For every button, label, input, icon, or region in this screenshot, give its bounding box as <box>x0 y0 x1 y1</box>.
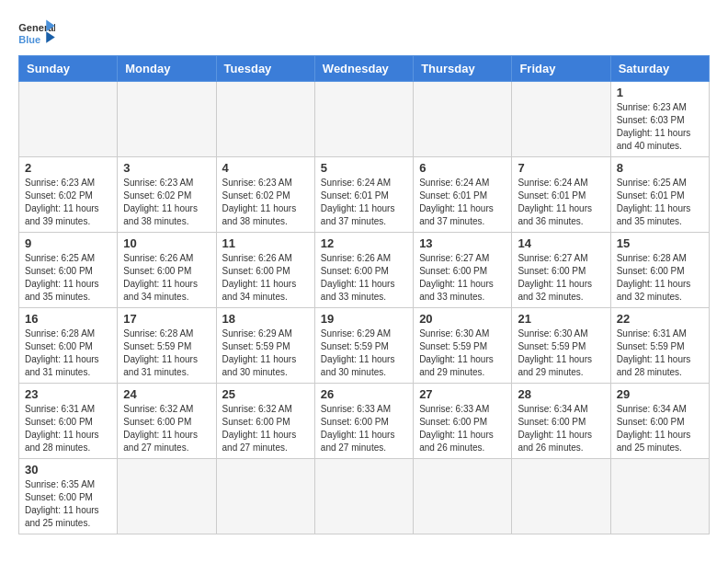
day-info: Sunrise: 6:26 AM Sunset: 6:00 PM Dayligh… <box>222 252 309 304</box>
day-number: 25 <box>222 387 309 401</box>
calendar-cell-22: 22Sunrise: 6:31 AM Sunset: 5:59 PM Dayli… <box>610 308 709 384</box>
day-info: Sunrise: 6:30 AM Sunset: 5:59 PM Dayligh… <box>518 327 604 379</box>
day-info: Sunrise: 6:30 AM Sunset: 5:59 PM Dayligh… <box>419 327 506 379</box>
calendar-cell-13: 13Sunrise: 6:27 AM Sunset: 6:00 PM Dayli… <box>414 233 512 308</box>
day-number: 26 <box>321 387 407 401</box>
calendar-cell-7: 7Sunrise: 6:24 AM Sunset: 6:01 PM Daylig… <box>512 157 610 233</box>
calendar-cell-14: 14Sunrise: 6:27 AM Sunset: 6:00 PM Dayli… <box>512 233 610 308</box>
day-info: Sunrise: 6:31 AM Sunset: 5:59 PM Dayligh… <box>617 327 703 379</box>
calendar-cell-15: 15Sunrise: 6:28 AM Sunset: 6:00 PM Dayli… <box>610 233 709 308</box>
day-number: 20 <box>419 312 506 326</box>
day-number: 27 <box>419 387 506 401</box>
day-number: 17 <box>123 312 210 326</box>
calendar-cell-26: 26Sunrise: 6:33 AM Sunset: 6:00 PM Dayli… <box>314 384 413 459</box>
calendar-cell-6: 6Sunrise: 6:24 AM Sunset: 6:01 PM Daylig… <box>414 157 512 233</box>
day-info: Sunrise: 6:26 AM Sunset: 6:00 PM Dayligh… <box>123 252 210 304</box>
calendar-cell-28: 28Sunrise: 6:34 AM Sunset: 6:00 PM Dayli… <box>512 384 610 459</box>
weekday-header-wednesday: Wednesday <box>314 56 413 82</box>
calendar-cell-1: 1Sunrise: 6:23 AM Sunset: 6:03 PM Daylig… <box>610 82 709 157</box>
day-number: 5 <box>321 161 407 175</box>
day-number: 19 <box>321 312 407 326</box>
day-info: Sunrise: 6:25 AM Sunset: 6:01 PM Dayligh… <box>617 177 703 228</box>
weekday-row: SundayMondayTuesdayWednesdayThursdayFrid… <box>19 56 710 82</box>
logo-icon: General Blue <box>18 18 55 46</box>
day-number: 15 <box>617 236 703 250</box>
day-info: Sunrise: 6:29 AM Sunset: 5:59 PM Dayligh… <box>321 327 407 379</box>
calendar-cell-empty <box>118 459 216 534</box>
calendar-week-0: 1Sunrise: 6:23 AM Sunset: 6:03 PM Daylig… <box>19 82 710 157</box>
day-number: 22 <box>617 312 703 326</box>
calendar-cell-empty <box>314 82 413 157</box>
day-number: 6 <box>419 161 506 175</box>
day-number: 30 <box>25 463 111 477</box>
day-number: 4 <box>222 161 309 175</box>
calendar-week-1: 2Sunrise: 6:23 AM Sunset: 6:02 PM Daylig… <box>19 157 710 233</box>
day-number: 11 <box>222 236 309 250</box>
weekday-header-sunday: Sunday <box>19 56 118 82</box>
calendar-cell-empty <box>118 82 216 157</box>
day-number: 14 <box>518 236 604 250</box>
day-info: Sunrise: 6:23 AM Sunset: 6:03 PM Dayligh… <box>617 101 703 153</box>
day-number: 24 <box>123 387 210 401</box>
day-number: 13 <box>419 236 506 250</box>
day-number: 28 <box>518 387 604 401</box>
day-info: Sunrise: 6:31 AM Sunset: 6:00 PM Dayligh… <box>25 403 111 454</box>
calendar-cell-9: 9Sunrise: 6:25 AM Sunset: 6:00 PM Daylig… <box>19 233 118 308</box>
calendar-cell-8: 8Sunrise: 6:25 AM Sunset: 6:01 PM Daylig… <box>610 157 709 233</box>
calendar-cell-empty <box>512 82 610 157</box>
calendar-week-2: 9Sunrise: 6:25 AM Sunset: 6:00 PM Daylig… <box>19 233 710 308</box>
calendar-header: SundayMondayTuesdayWednesdayThursdayFrid… <box>19 56 710 82</box>
day-info: Sunrise: 6:23 AM Sunset: 6:02 PM Dayligh… <box>25 177 111 228</box>
day-number: 18 <box>222 312 309 326</box>
day-info: Sunrise: 6:34 AM Sunset: 6:00 PM Dayligh… <box>617 403 703 454</box>
calendar-cell-25: 25Sunrise: 6:32 AM Sunset: 6:00 PM Dayli… <box>216 384 314 459</box>
day-info: Sunrise: 6:32 AM Sunset: 6:00 PM Dayligh… <box>222 403 309 454</box>
calendar-cell-12: 12Sunrise: 6:26 AM Sunset: 6:00 PM Dayli… <box>314 233 413 308</box>
svg-text:Blue: Blue <box>18 34 40 45</box>
day-info: Sunrise: 6:24 AM Sunset: 6:01 PM Dayligh… <box>518 177 604 228</box>
calendar-cell-2: 2Sunrise: 6:23 AM Sunset: 6:02 PM Daylig… <box>19 157 118 233</box>
day-number: 7 <box>518 161 604 175</box>
calendar-cell-empty <box>314 459 413 534</box>
day-number: 2 <box>25 161 111 175</box>
day-info: Sunrise: 6:23 AM Sunset: 6:02 PM Dayligh… <box>222 177 309 228</box>
weekday-header-monday: Monday <box>118 56 216 82</box>
day-info: Sunrise: 6:23 AM Sunset: 6:02 PM Dayligh… <box>123 177 210 228</box>
weekday-header-saturday: Saturday <box>610 56 709 82</box>
weekday-header-friday: Friday <box>512 56 610 82</box>
calendar-cell-empty <box>216 82 314 157</box>
calendar-cell-30: 30Sunrise: 6:35 AM Sunset: 6:00 PM Dayli… <box>19 459 118 534</box>
weekday-header-tuesday: Tuesday <box>216 56 314 82</box>
calendar-cell-11: 11Sunrise: 6:26 AM Sunset: 6:00 PM Dayli… <box>216 233 314 308</box>
day-info: Sunrise: 6:33 AM Sunset: 6:00 PM Dayligh… <box>419 403 506 454</box>
page-header: General Blue <box>18 18 710 46</box>
day-number: 1 <box>617 86 703 99</box>
calendar-cell-16: 16Sunrise: 6:28 AM Sunset: 6:00 PM Dayli… <box>19 308 118 384</box>
day-info: Sunrise: 6:34 AM Sunset: 6:00 PM Dayligh… <box>518 403 604 454</box>
calendar-cell-empty <box>512 459 610 534</box>
day-number: 10 <box>123 236 210 250</box>
logo: General Blue <box>18 18 55 46</box>
day-info: Sunrise: 6:25 AM Sunset: 6:00 PM Dayligh… <box>25 252 111 304</box>
calendar-body: 1Sunrise: 6:23 AM Sunset: 6:03 PM Daylig… <box>19 82 710 534</box>
calendar-week-3: 16Sunrise: 6:28 AM Sunset: 6:00 PM Dayli… <box>19 308 710 384</box>
day-info: Sunrise: 6:33 AM Sunset: 6:00 PM Dayligh… <box>321 403 407 454</box>
calendar-week-5: 30Sunrise: 6:35 AM Sunset: 6:00 PM Dayli… <box>19 459 710 534</box>
calendar-cell-23: 23Sunrise: 6:31 AM Sunset: 6:00 PM Dayli… <box>19 384 118 459</box>
day-info: Sunrise: 6:28 AM Sunset: 6:00 PM Dayligh… <box>617 252 703 304</box>
day-info: Sunrise: 6:24 AM Sunset: 6:01 PM Dayligh… <box>321 177 407 228</box>
day-info: Sunrise: 6:28 AM Sunset: 5:59 PM Dayligh… <box>123 327 210 379</box>
calendar-cell-17: 17Sunrise: 6:28 AM Sunset: 5:59 PM Dayli… <box>118 308 216 384</box>
calendar-cell-4: 4Sunrise: 6:23 AM Sunset: 6:02 PM Daylig… <box>216 157 314 233</box>
day-number: 23 <box>25 387 111 401</box>
calendar-cell-empty <box>610 459 709 534</box>
calendar-cell-24: 24Sunrise: 6:32 AM Sunset: 6:00 PM Dayli… <box>118 384 216 459</box>
calendar-cell-empty <box>414 459 512 534</box>
weekday-header-thursday: Thursday <box>414 56 512 82</box>
day-number: 9 <box>25 236 111 250</box>
day-info: Sunrise: 6:26 AM Sunset: 6:00 PM Dayligh… <box>321 252 407 304</box>
day-number: 12 <box>321 236 407 250</box>
calendar-cell-18: 18Sunrise: 6:29 AM Sunset: 5:59 PM Dayli… <box>216 308 314 384</box>
calendar-cell-10: 10Sunrise: 6:26 AM Sunset: 6:00 PM Dayli… <box>118 233 216 308</box>
calendar-cell-21: 21Sunrise: 6:30 AM Sunset: 5:59 PM Dayli… <box>512 308 610 384</box>
